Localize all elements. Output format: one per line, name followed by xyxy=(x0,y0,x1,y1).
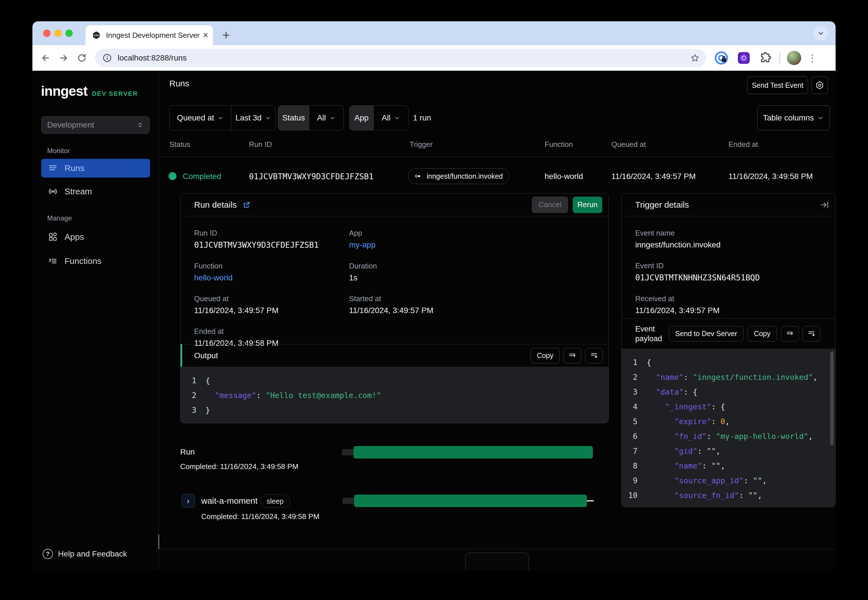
trigger-details-card: Trigger details Event name inngest/funct… xyxy=(621,193,836,507)
sidebar-item-functions[interactable]: Functions xyxy=(41,252,150,270)
bookmark-star-icon[interactable] xyxy=(690,53,700,63)
field-duration: Duration 1s xyxy=(349,262,595,282)
settings-button[interactable] xyxy=(812,76,828,94)
sidebar-item-label: Stream xyxy=(65,186,92,196)
expand-step-button[interactable]: › xyxy=(181,494,195,508)
output-header: Output Copy xyxy=(181,344,609,367)
app-link[interactable]: my-app xyxy=(349,240,595,249)
row-function: hello-world xyxy=(545,172,583,181)
scrollbar-thumb[interactable] xyxy=(830,352,834,445)
table-columns-button[interactable]: Table columns xyxy=(757,105,830,130)
field-label: Queued at xyxy=(194,294,349,303)
word-wrap-button[interactable] xyxy=(781,326,799,341)
column-header-queued-at[interactable]: Queued at xyxy=(612,140,646,149)
trigger-pill[interactable]: inngest/function.invoked xyxy=(408,168,509,184)
field-run-id: Run ID 01JCVBTMV3WXY9D3CFDEJFZSB1 xyxy=(194,229,349,250)
field-label: Function xyxy=(194,262,349,270)
field-label: Run ID xyxy=(194,229,349,238)
code-line: 2 "name": "inngest/function.invoked", xyxy=(622,370,835,384)
url-bar[interactable]: localhost:8288/runs xyxy=(95,49,706,67)
cancel-button[interactable]: Cancel xyxy=(532,197,568,213)
tab-search-button[interactable] xyxy=(813,26,828,41)
event-payload-title-line2: payload xyxy=(635,334,662,344)
forward-button[interactable] xyxy=(55,53,73,63)
event-payload-code[interactable]: 1{2 "name": "inngest/function.invoked",3… xyxy=(622,348,835,507)
output-title: Output xyxy=(194,351,218,360)
tab-title: Inngest Development Server xyxy=(106,31,200,40)
row-trigger: inngest/function.invoked xyxy=(426,172,503,180)
field-queued-at: Queued at 11/16/2024, 3:49:57 PM xyxy=(194,294,349,315)
run-details-title: Run details xyxy=(194,200,237,210)
dev-server-badge: DEV SERVER xyxy=(92,90,138,97)
url-text: localhost:8288/runs xyxy=(118,53,187,62)
word-wrap-button[interactable] xyxy=(564,348,581,364)
bar-tail-line xyxy=(587,500,594,502)
scrollbar-thumb[interactable] xyxy=(158,534,159,549)
code-line: 1{ xyxy=(622,355,835,370)
main-content: Runs Send Test Event Queued at Last 3d xyxy=(159,71,836,570)
browser-tab[interactable]: Inngest Development Server ✕ xyxy=(85,25,213,45)
purple-extension-icon[interactable] xyxy=(737,51,751,65)
site-info-icon[interactable] xyxy=(102,53,112,63)
time-range-button[interactable]: Last 3d xyxy=(231,106,275,130)
scroll-to-bottom-button[interactable] xyxy=(803,326,820,341)
sidebar-item-runs[interactable]: Runs xyxy=(41,159,150,177)
chevron-down-icon xyxy=(394,115,400,121)
row-ended-at: 11/16/2024, 3:49:58 PM xyxy=(728,172,813,181)
sidebar-item-stream[interactable]: Stream xyxy=(41,182,150,201)
collapse-panel-icon[interactable] xyxy=(820,200,829,209)
onepassword-extension-icon[interactable] xyxy=(714,51,729,65)
environment-select[interactable]: Development xyxy=(41,116,150,134)
time-field-button[interactable]: Queued at xyxy=(170,106,231,130)
tab-close-icon[interactable]: ✕ xyxy=(203,31,209,40)
rerun-button[interactable]: Rerun xyxy=(573,197,602,213)
extensions-puzzle-icon[interactable] xyxy=(759,52,772,65)
back-button[interactable] xyxy=(36,53,55,63)
browser-toolbar: localhost:8288/runs ⋮ xyxy=(32,45,836,71)
traffic-minimize-button[interactable] xyxy=(54,30,62,37)
table-columns-label: Table columns xyxy=(763,114,814,123)
time-filter: Queued at Last 3d xyxy=(169,105,276,130)
function-link[interactable]: hello-world xyxy=(194,273,349,282)
scroll-to-bottom-button[interactable] xyxy=(585,348,603,364)
trigger-details-fields: Event name inngest/function.invoked Even… xyxy=(622,216,835,315)
app-filter: App All xyxy=(349,105,408,130)
field-label: Event name xyxy=(635,229,822,238)
external-link-icon[interactable] xyxy=(243,201,251,209)
column-header-run-id[interactable]: Run ID xyxy=(249,140,272,149)
time-field-label: Queued at xyxy=(177,114,214,123)
send-to-dev-server-button[interactable]: Send to Dev Server xyxy=(669,326,744,341)
sidebar-item-label: Functions xyxy=(65,256,102,266)
output-code[interactable]: 1{2 "message": "Hello test@example.com!"… xyxy=(181,367,609,423)
sidebar-item-label: Apps xyxy=(65,232,84,242)
sidebar-item-apps[interactable]: Apps xyxy=(41,227,150,246)
field-app: App my-app xyxy=(349,229,595,250)
column-header-trigger[interactable]: Trigger xyxy=(410,140,432,149)
trigger-details-title: Trigger details xyxy=(635,200,689,210)
column-header-function[interactable]: Function xyxy=(545,140,573,149)
column-header-ended-at[interactable]: Ended at xyxy=(728,140,758,149)
copy-output-button[interactable]: Copy xyxy=(531,348,560,364)
traffic-close-button[interactable] xyxy=(43,30,51,37)
code-line: 3 "data": { xyxy=(622,384,835,399)
browser-menu-icon[interactable]: ⋮ xyxy=(807,52,817,64)
profile-avatar[interactable] xyxy=(787,51,801,65)
copy-payload-button[interactable]: Copy xyxy=(748,326,777,341)
timeline-step-bar[interactable] xyxy=(343,495,594,507)
send-test-event-button[interactable]: Send Test Event xyxy=(747,76,808,94)
status-filter-button[interactable]: All xyxy=(309,106,343,130)
help-label: Help and Feedback xyxy=(58,549,127,559)
field-value: 01JCVBTMTKNHNHZ3SN64R51BQD xyxy=(635,273,822,282)
code-line: 1{ xyxy=(181,373,609,388)
new-tab-button[interactable]: + xyxy=(222,26,230,44)
select-updown-icon xyxy=(137,121,144,129)
traffic-zoom-button[interactable] xyxy=(65,30,73,37)
partially-visible-button[interactable] xyxy=(465,553,529,570)
timeline-run-bar[interactable] xyxy=(342,446,593,459)
stream-icon xyxy=(48,186,58,196)
help-and-feedback[interactable]: ? Help and Feedback xyxy=(42,549,127,559)
app-filter-button[interactable]: All xyxy=(373,106,408,130)
inngest-logo: inngest DEV SERVER xyxy=(41,83,138,99)
column-header-status[interactable]: Status xyxy=(169,140,190,149)
reload-button[interactable] xyxy=(73,53,91,63)
